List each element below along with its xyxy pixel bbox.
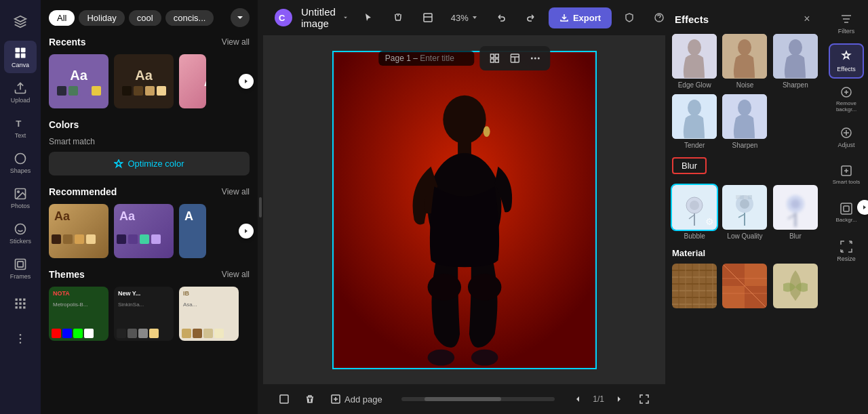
redo-button[interactable] [519, 5, 543, 30]
svg-point-42 [443, 95, 486, 143]
material-1[interactable] [672, 264, 717, 308]
sidebar-item-frames[interactable]: Frames [4, 252, 37, 285]
recents-view-all[interactable]: View all [222, 37, 250, 47]
effect-sharpen[interactable]: Sharpen [773, 34, 818, 89]
canvas-image[interactable] [332, 51, 597, 369]
pan-tool-button[interactable] [386, 5, 410, 30]
rec-card-3[interactable]: A [179, 204, 206, 258]
doc-title[interactable]: Untitled image [301, 6, 348, 29]
effect-noise[interactable]: Noise [722, 34, 767, 89]
add-page-button[interactable]: Add page [326, 392, 388, 407]
panel-collapse-handle[interactable] [258, 0, 263, 414]
tag-concise[interactable]: concis... [165, 10, 214, 26]
page-grid-button[interactable] [485, 49, 504, 68]
page-thumbnail-button[interactable] [274, 392, 294, 407]
svg-text:C: C [279, 13, 285, 23]
effect-sharpen2[interactable]: Sharpen [722, 94, 767, 149]
rec-card-1[interactable]: Aa [49, 204, 108, 258]
theme-card-1[interactable]: NOTA Metropolis-B... [49, 287, 108, 341]
recommended-view-all[interactable]: View all [222, 187, 250, 196]
theme-card-3[interactable]: IB Asa... [179, 287, 239, 341]
layout-tool-button[interactable] [416, 5, 440, 30]
optimize-color-button[interactable]: Optimize color [49, 152, 250, 175]
sidebar-item-more[interactable] [4, 323, 37, 355]
adjust-label: Adjust [837, 142, 854, 148]
page-next-button[interactable] [610, 392, 629, 406]
smart-match-label: Smart match [49, 137, 250, 146]
effects-top-grid: Edge Glow Noise Sharpen [672, 34, 818, 89]
sidebar-item-grid[interactable] [4, 287, 37, 320]
svg-rect-18 [23, 302, 25, 304]
effects-close-button[interactable]: × [799, 11, 815, 27]
svg-point-71 [740, 199, 749, 209]
svg-point-80 [791, 199, 800, 209]
left-sidebar: Canva Upload T Text Shapes Photos Sticke… [0, 0, 41, 414]
bubble-label: Bubble [684, 232, 705, 240]
material-2[interactable] [722, 264, 767, 308]
shield-icon-button[interactable] [617, 5, 642, 30]
page-title-input[interactable] [420, 54, 467, 63]
right-tool-effects[interactable]: Effects [829, 43, 864, 79]
right-tool-adjust[interactable]: Adjust [829, 119, 864, 154]
tender-thumb [672, 94, 717, 139]
rec-card-2[interactable]: Aa [114, 204, 174, 258]
export-button[interactable]: Export [549, 7, 612, 28]
doc-title-text: Untitled image [301, 6, 339, 29]
effect-edge-glow[interactable]: Edge Glow [672, 34, 717, 89]
svg-rect-13 [16, 299, 18, 301]
tag-holiday[interactable]: Holiday [79, 10, 124, 26]
sidebar-frames-label: Frames [10, 273, 31, 280]
sidebar-item-photos[interactable]: Photos [4, 182, 37, 214]
sidebar-logo[interactable] [4, 5, 37, 38]
recommended-grid: Aa Aa A [49, 204, 250, 258]
tag-all[interactable]: All [49, 10, 75, 26]
right-tool-resize[interactable]: Resize [829, 233, 864, 268]
recent-card-1[interactable]: Aa [49, 54, 108, 108]
svg-point-24 [20, 342, 22, 344]
svg-point-23 [20, 338, 22, 340]
design-panel: All Holiday cool concis... Recents View … [41, 0, 258, 414]
blur-blur[interactable]: Blur [773, 185, 818, 240]
sidebar-item-shapes[interactable]: Shapes [4, 146, 37, 179]
sidebar-item-stickers[interactable]: Stickers [4, 217, 37, 249]
right-tool-remove-bg[interactable]: Remove backgr... [829, 81, 864, 117]
zoom-control[interactable]: 43% [446, 10, 484, 26]
right-tool-filters[interactable]: Filters [829, 5, 864, 41]
recents-nav-next[interactable] [239, 74, 254, 89]
page-prev-button[interactable] [568, 392, 587, 406]
tags-more-button[interactable] [231, 8, 250, 27]
sidebar-item-upload[interactable]: Upload [4, 76, 37, 108]
right-tool-background[interactable]: Backgr... [829, 195, 864, 230]
tag-cool[interactable]: cool [129, 10, 161, 26]
sidebar-item-design[interactable]: Canva [4, 41, 37, 73]
blur-low-quality[interactable]: Low Quality [722, 185, 767, 240]
themes-view-all[interactable]: View all [222, 270, 250, 279]
theme-card-2[interactable]: New Y... SinkinSa... [114, 287, 174, 341]
page-label: Page 1 – [378, 51, 474, 66]
fullscreen-button[interactable] [634, 392, 654, 407]
material-3[interactable] [773, 264, 818, 308]
recent-card-3[interactable]: A [179, 54, 206, 108]
blur-section-label: Blur [672, 157, 707, 174]
select-tool-button[interactable] [356, 5, 380, 30]
page-layout-button[interactable] [505, 49, 524, 68]
material-grid [672, 264, 818, 308]
svg-point-7 [18, 190, 19, 192]
recent-card-2[interactable]: Aa [114, 54, 174, 108]
sharpen2-label: Sharpen [732, 142, 758, 149]
svg-rect-17 [19, 302, 21, 304]
recommended-nav-next[interactable] [239, 224, 254, 239]
svg-point-5 [16, 153, 26, 163]
effect-tender[interactable]: Tender [672, 94, 717, 149]
tags-row: All Holiday cool concis... [49, 8, 250, 27]
svg-rect-15 [23, 299, 25, 301]
sidebar-item-text[interactable]: T Text [4, 111, 37, 144]
page-more-button[interactable] [526, 49, 545, 68]
remove-bg-label: Remove backgr... [829, 101, 864, 113]
delete-page-button[interactable] [300, 392, 320, 407]
right-tool-smart[interactable]: Smart tools [829, 157, 864, 192]
scroll-track[interactable] [401, 397, 555, 401]
undo-button[interactable] [489, 5, 513, 30]
blur-bubble[interactable]: ⚙ Bubble [672, 185, 717, 240]
svg-point-22 [20, 334, 22, 336]
